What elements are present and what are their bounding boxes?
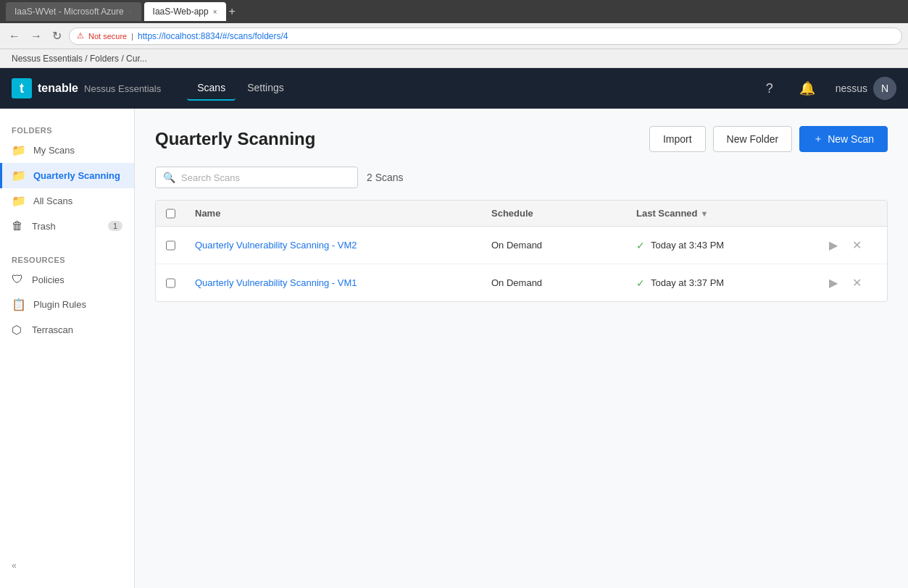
col-name: Name (185, 201, 481, 226)
brand-sub: Nessus Essentials (84, 83, 161, 94)
row2-play-button[interactable]: ▶ (825, 274, 842, 291)
brand-name: tenable (38, 82, 78, 95)
col-last-scanned[interactable]: Last Scanned ▼ (626, 201, 815, 226)
bookmark-bar: Nessus Essentials / Folders / Cur... (0, 49, 908, 68)
col-schedule-label: Schedule (491, 208, 533, 219)
row2-delete-button[interactable]: ✕ (848, 274, 866, 291)
back-button[interactable]: ← (6, 28, 23, 44)
sidebar-item-my-scans[interactable]: 📁 My Scans (0, 138, 134, 163)
policies-icon: 🛡 (12, 273, 25, 286)
brand: t tenable Nessus Essentials (12, 78, 161, 98)
sidebar-item-trash[interactable]: 🗑 Trash 1 (0, 214, 134, 238)
table-row: Quarterly Vulnerability Scanning - VM2 O… (156, 227, 887, 264)
table-header: Name Schedule Last Scanned ▼ (156, 201, 887, 227)
user-avatar: N (873, 77, 896, 100)
tab-2-close[interactable]: × (213, 8, 217, 16)
content-header: Quarterly Scanning Import New Folder ＋ N… (155, 126, 888, 152)
row1-schedule: On Demand (481, 230, 626, 261)
sidebar-all-scans-label: All Scans (33, 196, 72, 206)
security-icon: ⚠ (77, 31, 84, 41)
sidebar: FOLDERS 📁 My Scans 📁 Quarterly Scanning … (0, 109, 135, 588)
row2-last-scanned: ✓ Today at 3:37 PM (626, 267, 815, 299)
col-last-scanned-label: Last Scanned (636, 208, 698, 219)
select-all-checkbox[interactable] (166, 209, 175, 219)
col-checkbox (156, 201, 185, 226)
row2-name[interactable]: Quarterly Vulnerability Scanning - VM1 (185, 267, 481, 298)
row1-play-button[interactable]: ▶ (825, 237, 842, 253)
sidebar-policies-label: Policies (32, 274, 64, 285)
search-icon: 🔍 (163, 172, 175, 183)
table-row: Quarterly Vulnerability Scanning - VM1 O… (156, 264, 887, 301)
sidebar-item-plugin-rules[interactable]: 📋 Plugin Rules (0, 292, 134, 317)
row1-actions: ▶ ✕ (825, 237, 866, 253)
col-actions (815, 201, 887, 226)
row1-status-icon: ✓ (636, 240, 645, 251)
brand-logo: t (12, 78, 32, 98)
col-schedule: Schedule (481, 201, 626, 226)
page-title: Quarterly Scanning (155, 129, 649, 149)
top-nav: t tenable Nessus Essentials Scans Settin… (0, 68, 908, 109)
row1-last-scanned: ✓ Today at 3:43 PM (626, 230, 815, 261)
folder-icon: 📁 (12, 143, 26, 157)
new-tab-button[interactable]: + (229, 5, 236, 18)
address-bar[interactable]: ⚠ Not secure | https://localhost:8834/#/… (69, 28, 902, 45)
sidebar-terrascan-label: Terrascan (32, 324, 73, 335)
tab-1-close[interactable]: × (128, 8, 133, 16)
new-scan-button[interactable]: ＋ New Scan (799, 126, 888, 152)
scan-count: 2 Scans (367, 172, 404, 183)
nav-links: Scans Settings (187, 76, 294, 101)
bookmark-item[interactable]: Nessus Essentials / Folders / Cur... (6, 52, 153, 65)
row1-checkbox-cell (156, 230, 185, 261)
main-content: Quarterly Scanning Import New Folder ＋ N… (135, 109, 908, 588)
folders-label: FOLDERS (0, 120, 134, 138)
row2-actions-cell: ▶ ✕ (815, 264, 887, 301)
main-area: FOLDERS 📁 My Scans 📁 Quarterly Scanning … (0, 109, 908, 588)
sidebar-item-policies[interactable]: 🛡 Policies (0, 267, 134, 292)
browser-tab-1[interactable]: IaaS-WVet - Microsoft Azure × (6, 2, 141, 21)
url-text: https://localhost:8834/#/scans/folders/4 (138, 31, 288, 41)
tab-2-label: IaaS-Web-app (153, 7, 209, 17)
sidebar-quarterly-label: Quarterly Scanning (33, 170, 120, 181)
reload-button[interactable]: ↻ (49, 28, 64, 44)
nav-scans[interactable]: Scans (187, 76, 236, 101)
nav-settings[interactable]: Settings (237, 76, 294, 101)
username-label: nessus (836, 83, 867, 94)
row1-delete-button[interactable]: ✕ (848, 237, 866, 253)
row2-status-icon: ✓ (636, 277, 645, 289)
sidebar-item-all-scans[interactable]: 📁 All Scans (0, 188, 134, 214)
collapse-sidebar-button[interactable]: « (0, 555, 134, 576)
search-row: 🔍 2 Scans (155, 167, 888, 188)
app-wrapper: t tenable Nessus Essentials Scans Settin… (0, 68, 908, 588)
notifications-button[interactable]: 🔔 (794, 77, 821, 99)
not-secure-label: Not secure (88, 32, 127, 41)
sidebar-item-terrascan[interactable]: ⬡ Terrascan (0, 317, 134, 343)
browser-tab-2[interactable]: IaaS-Web-app × (144, 2, 226, 21)
row2-last-scanned-time: Today at 3:37 PM (651, 277, 724, 288)
new-folder-button[interactable]: New Folder (713, 126, 793, 152)
row2-checkbox-cell (156, 268, 185, 298)
resources-label: RESOURCES (0, 250, 134, 267)
plugin-rules-icon: 📋 (12, 298, 26, 311)
row2-checkbox[interactable] (166, 278, 175, 288)
row1-name[interactable]: Quarterly Vulnerability Scanning - VM2 (185, 230, 481, 261)
row2-schedule: On Demand (481, 267, 626, 298)
row1-checkbox[interactable] (166, 240, 175, 251)
separator: | (131, 32, 133, 41)
header-actions: Import New Folder ＋ New Scan (649, 126, 888, 152)
row1-last-scanned-time: Today at 3:43 PM (651, 240, 724, 251)
trash-icon: 🗑 (12, 219, 25, 232)
help-button[interactable]: ? (760, 78, 779, 99)
search-box: 🔍 (155, 167, 358, 188)
forward-button[interactable]: → (28, 28, 45, 44)
import-button[interactable]: Import (649, 126, 706, 152)
tab-1-label: IaaS-WVet - Microsoft Azure (14, 7, 124, 17)
sidebar-my-scans-label: My Scans (33, 145, 75, 156)
sidebar-item-quarterly-scanning[interactable]: 📁 Quarterly Scanning (0, 163, 134, 188)
col-name-label: Name (195, 208, 220, 219)
user-area[interactable]: nessus N (836, 77, 896, 100)
folder-all-icon: 📁 (12, 194, 26, 208)
row1-actions-cell: ▶ ✕ (815, 227, 887, 264)
plus-icon: ＋ (813, 133, 823, 146)
search-input[interactable] (181, 172, 350, 183)
sidebar-plugin-rules-label: Plugin Rules (33, 299, 86, 310)
